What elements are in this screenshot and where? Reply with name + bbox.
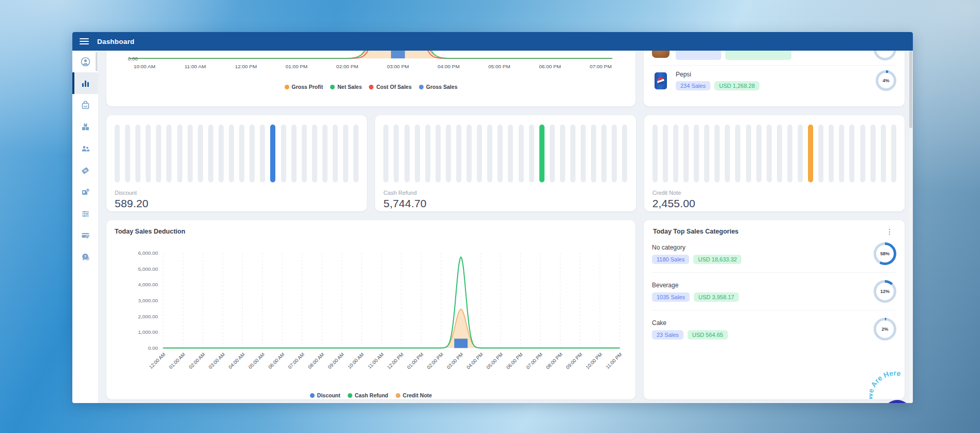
bar	[302, 125, 307, 182]
bar	[466, 125, 472, 182]
bar	[177, 125, 182, 182]
product-percent-donut	[874, 51, 896, 60]
bar	[881, 125, 886, 182]
bar	[581, 125, 586, 182]
sidebar-item-payments[interactable]	[72, 224, 98, 246]
window-scrollbar[interactable]	[909, 51, 913, 403]
hourly-bars	[652, 125, 896, 182]
svg-text:01:00 AM: 01:00 AM	[168, 351, 186, 370]
category-row[interactable]: No category1180 SalesUSD 18,633.3258%	[652, 235, 896, 272]
svg-text:10:00 AM: 10:00 AM	[134, 64, 155, 69]
category-name: No category	[652, 244, 867, 251]
svg-text:01:00 PM: 01:00 PM	[286, 64, 308, 69]
bar	[756, 125, 761, 182]
hamburger-menu-icon[interactable]	[80, 38, 89, 44]
bar	[673, 125, 678, 182]
legend-item[interactable]: Discount	[310, 392, 340, 398]
legend-item[interactable]: Cash Refund	[348, 392, 388, 398]
svg-text:2,000.00: 2,000.00	[138, 314, 158, 319]
legend-item[interactable]: Cost Of Sales	[369, 84, 411, 90]
sidebar-item-settings[interactable]	[72, 203, 98, 224]
sidebar-item-help[interactable]: ?	[72, 246, 98, 268]
legend-item[interactable]: Gross Sales	[419, 84, 458, 90]
svg-text:10:00 AM: 10:00 AM	[347, 351, 365, 370]
bar	[383, 125, 388, 182]
svg-text:02:00 PM: 02:00 PM	[336, 64, 359, 69]
svg-text:06:00 PM: 06:00 PM	[505, 351, 524, 370]
stat-card-cash-refund: Cash Refund5,744.70	[375, 115, 635, 211]
svg-text:03:00 PM: 03:00 PM	[387, 64, 409, 69]
legend-dot	[369, 85, 374, 89]
sidebar-item-orders[interactable]	[72, 94, 98, 116]
sales-amount-badge: USD 18,633.32	[693, 255, 741, 264]
bar	[497, 125, 503, 182]
legend-item[interactable]: Credit Note	[396, 392, 432, 398]
bar	[663, 125, 668, 182]
bar	[519, 125, 524, 182]
svg-text:06:00 AM: 06:00 AM	[267, 351, 286, 370]
shopping-bag-icon	[81, 100, 90, 110]
product-name: Pepsi	[676, 71, 869, 78]
pepsi-product-image	[655, 72, 667, 89]
bar	[198, 125, 203, 182]
sidebar-item-discounts[interactable]: %	[72, 159, 98, 181]
sales-overview-chart: 0.0010:00 AM11:00 AM12:00 PM01:00 PM02:0…	[114, 51, 628, 78]
bar	[166, 125, 172, 182]
today-sales-deduction-chart: 12:00 AM01:00 AM02:00 AM03:00 AM04:00 AM…	[114, 236, 628, 386]
sidebar-item-profile[interactable]	[72, 51, 98, 72]
packages-icon	[81, 122, 90, 132]
sidebar-item-dashboard[interactable]	[72, 72, 98, 94]
bar	[322, 125, 328, 182]
svg-text:4,000.00: 4,000.00	[138, 282, 158, 287]
kebab-menu-icon[interactable]: ⋮	[884, 228, 895, 235]
svg-text:11:00 AM: 11:00 AM	[366, 351, 385, 370]
legend-item[interactable]: Net Sales	[330, 84, 362, 90]
svg-text:06:00 PM: 06:00 PM	[539, 64, 561, 69]
svg-text:07:00 PM: 07:00 PM	[589, 64, 612, 69]
svg-text:10:00 PM: 10:00 PM	[584, 351, 603, 370]
svg-text:08:00 AM: 08:00 AM	[307, 351, 325, 370]
bar	[570, 125, 575, 182]
svg-text:6,000.00: 6,000.00	[138, 250, 158, 256]
sidebar-item-approvals[interactable]	[72, 181, 98, 203]
bar	[714, 125, 720, 182]
legend-item[interactable]: Gross Profit	[285, 84, 323, 90]
main-content: 0.0010:00 AM11:00 AM12:00 PM01:00 PM02:0…	[98, 51, 913, 403]
bar	[839, 125, 844, 182]
product-row-pepsi[interactable]: Pepsi 234 Sales USD 1,268.28 4%	[652, 66, 896, 96]
svg-text:12:00 PM: 12:00 PM	[386, 351, 405, 370]
category-row[interactable]: Beverage1035 SalesUSD 3,958.1712%	[652, 273, 896, 310]
top-navigation-bar: Dashboard	[72, 32, 913, 51]
svg-text:02:00 PM: 02:00 PM	[426, 351, 444, 370]
legend-dot	[310, 393, 315, 398]
bar	[188, 125, 193, 182]
legend-dot	[348, 393, 352, 398]
bar	[560, 125, 565, 182]
bar	[798, 125, 803, 182]
category-name: Beverage	[652, 282, 867, 289]
bar	[477, 125, 482, 182]
sidebar-item-customers[interactable]	[72, 137, 98, 159]
svg-text:09:00 AM: 09:00 AM	[326, 351, 345, 370]
sidebar-item-products[interactable]	[72, 116, 98, 137]
svg-text:1,000.00: 1,000.00	[138, 329, 158, 335]
sales-count-badge: 1035 Sales	[652, 292, 690, 302]
bar	[446, 125, 451, 182]
svg-text:5,000.00: 5,000.00	[138, 266, 158, 272]
bar	[343, 125, 348, 182]
bar	[622, 125, 627, 182]
bar	[704, 125, 709, 182]
bar	[787, 125, 792, 182]
product-percent-donut: 4%	[876, 70, 896, 91]
category-row[interactable]: Cake23 SalesUSD 564.652%	[652, 311, 896, 348]
bar	[891, 125, 896, 182]
bar	[550, 125, 555, 182]
svg-text:12:00 PM: 12:00 PM	[235, 64, 257, 69]
svg-text:0.00: 0.00	[128, 56, 138, 61]
bar	[353, 125, 359, 182]
card-title: Today Top Sales Categories	[653, 228, 739, 235]
bar	[219, 125, 224, 182]
help-chat-icon: ?	[81, 252, 90, 262]
product-row-partial[interactable]	[652, 51, 896, 65]
bar	[652, 125, 658, 182]
